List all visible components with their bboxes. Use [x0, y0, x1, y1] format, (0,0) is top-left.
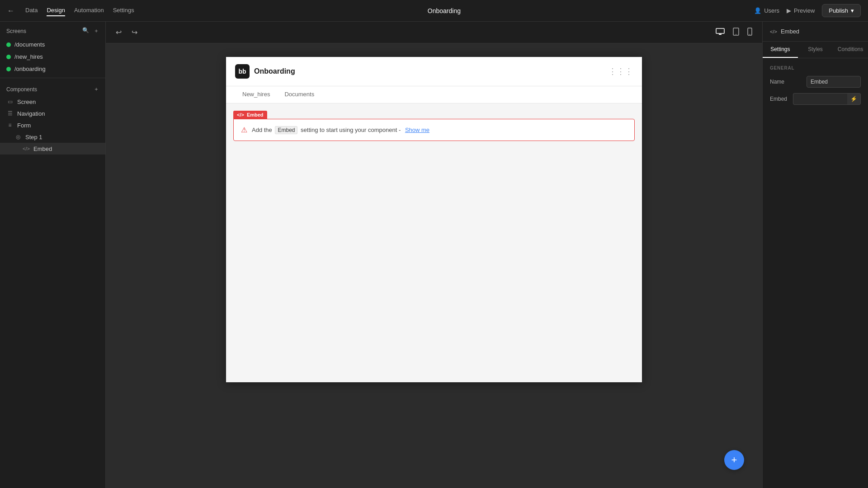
- component-navigation[interactable]: ☰ Navigation: [0, 108, 105, 119]
- embed-component-wrapper: </> Embed ⚠ Add the Embed setting to sta…: [233, 111, 635, 141]
- panel-tabs: Settings Styles Conditions: [763, 42, 868, 58]
- screen-label-onboarding: /onboarding: [14, 66, 46, 72]
- nav-data[interactable]: Data: [25, 5, 38, 16]
- navigation-component-icon: ☰: [6, 110, 14, 117]
- back-button[interactable]: ←: [7, 7, 14, 15]
- embed-component-header-label: Embed: [247, 112, 264, 117]
- canvas-area: ↩ ↪ bb Onb: [106, 22, 762, 488]
- screen-dot-new-hires: [6, 55, 11, 59]
- warning-text-suffix: setting to start using your component: [301, 127, 397, 133]
- nav-settings[interactable]: Settings: [113, 5, 134, 16]
- right-panel-title: Embed: [781, 28, 799, 35]
- warning-message: Add the Embed setting to start using you…: [252, 127, 429, 133]
- embed-field-row: Embed ⚡: [770, 93, 861, 105]
- redo-button[interactable]: ↪: [129, 26, 140, 38]
- svg-point-3: [736, 34, 736, 35]
- component-navigation-label: Navigation: [17, 110, 45, 117]
- nav-links: Data Design Automation Settings: [25, 5, 134, 16]
- toolbar-right: [713, 26, 755, 39]
- name-field-label: Name: [770, 79, 784, 85]
- preview-icon: ▶: [787, 7, 791, 14]
- component-step1[interactable]: ◎ Step 1: [0, 131, 105, 143]
- canvas-content: bb Onboarding ⋮⋮⋮ New_hires Documents </…: [106, 43, 762, 488]
- screen-label-new-hires: /new_hires: [14, 53, 43, 60]
- screen-item-documents[interactable]: /documents: [0, 38, 105, 51]
- users-label: Users: [764, 7, 779, 14]
- svg-point-5: [750, 34, 750, 35]
- chevron-down-icon: ▾: [851, 7, 854, 14]
- app-header: bb Onboarding ⋮⋮⋮: [226, 57, 642, 86]
- sidebar-divider: [0, 78, 105, 78]
- screens-header: Screens 🔍 ＋: [0, 22, 105, 38]
- tab-new-hires[interactable]: New_hires: [235, 86, 277, 103]
- embed-field-label: Embed: [770, 96, 787, 102]
- components-label: Components: [6, 86, 37, 93]
- publish-button[interactable]: Publish ▾: [822, 4, 861, 17]
- general-section-label: GENERAL: [770, 66, 861, 70]
- nav-automation[interactable]: Automation: [74, 5, 104, 16]
- right-panel-icon: </>: [770, 29, 777, 34]
- separator: -: [399, 127, 402, 133]
- component-form[interactable]: ≡ Form: [0, 119, 105, 131]
- embed-code-icon: </>: [237, 112, 244, 117]
- warning-icon: ⚠: [241, 126, 247, 134]
- main-layout: Screens 🔍 ＋ /documents /new_hires /onboa…: [0, 22, 868, 488]
- undo-button[interactable]: ↩: [113, 26, 124, 38]
- desktop-view-button[interactable]: [713, 26, 727, 39]
- mobile-view-button[interactable]: [745, 26, 755, 39]
- lightning-icon[interactable]: ⚡: [847, 93, 861, 105]
- users-icon: 👤: [754, 7, 761, 14]
- right-panel: </> Embed Settings Styles Conditions GEN…: [762, 22, 868, 488]
- name-field-row: Name: [770, 76, 861, 88]
- embed-highlight-text: Embed: [275, 126, 297, 134]
- panel-body: GENERAL Name Embed ⚡: [763, 58, 868, 117]
- component-embed[interactable]: </> Embed: [0, 143, 105, 155]
- embed-component-icon: </>: [23, 145, 30, 152]
- embed-input[interactable]: [793, 93, 847, 105]
- screen-component-icon: ▭: [6, 98, 14, 105]
- component-screen-label: Screen: [17, 99, 36, 105]
- screen-item-onboarding[interactable]: /onboarding: [0, 63, 105, 75]
- tab-styles[interactable]: Styles: [798, 42, 833, 58]
- right-panel-header: </> Embed: [763, 22, 868, 42]
- warning-text-prefix: Add the: [252, 127, 272, 133]
- top-nav-right: 👤 Users ▶ Preview Publish ▾: [754, 4, 861, 17]
- components-header: Components ＋: [0, 81, 105, 96]
- screen-dot-documents: [6, 42, 11, 47]
- component-screen[interactable]: ▭ Screen: [0, 96, 105, 108]
- users-button[interactable]: 👤 Users: [754, 7, 779, 14]
- canvas-toolbar: ↩ ↪: [106, 22, 762, 43]
- screen-label-documents: /documents: [14, 41, 45, 48]
- tablet-view-button[interactable]: [730, 26, 742, 39]
- name-input[interactable]: [807, 76, 861, 88]
- preview-button[interactable]: ▶ Preview: [787, 7, 815, 14]
- app-preview: bb Onboarding ⋮⋮⋮ New_hires Documents </…: [226, 57, 642, 382]
- step1-component-icon: ◎: [14, 133, 22, 141]
- screen-item-new-hires[interactable]: /new_hires: [0, 51, 105, 63]
- tab-settings[interactable]: Settings: [763, 42, 798, 58]
- tab-conditions[interactable]: Conditions: [833, 42, 868, 58]
- search-icon[interactable]: 🔍: [82, 27, 89, 35]
- publish-label: Publish: [829, 7, 848, 14]
- component-form-label: Form: [17, 122, 31, 129]
- app-logo: bb Onboarding: [235, 64, 295, 79]
- app-preview-title: Onboarding: [254, 67, 295, 75]
- component-step1-label: Step 1: [25, 134, 42, 141]
- nav-design[interactable]: Design: [47, 5, 65, 16]
- show-me-link[interactable]: Show me: [405, 127, 429, 133]
- embed-input-group: ⚡: [793, 93, 861, 105]
- left-sidebar: Screens 🔍 ＋ /documents /new_hires /onboa…: [0, 22, 106, 488]
- embed-warning-box: ⚠ Add the Embed setting to start using y…: [233, 119, 635, 141]
- add-component-button[interactable]: +: [724, 450, 744, 470]
- app-header-menu-icon[interactable]: ⋮⋮⋮: [609, 66, 633, 76]
- toolbar-left: ↩ ↪: [113, 26, 140, 38]
- component-embed-label: Embed: [33, 145, 52, 152]
- app-title-center: Onboarding: [145, 7, 743, 14]
- add-screen-icon[interactable]: ＋: [94, 27, 99, 35]
- add-component-icon[interactable]: ＋: [94, 85, 99, 93]
- svg-rect-0: [716, 28, 724, 33]
- svg-rect-1: [719, 34, 722, 35]
- app-body: </> Embed ⚠ Add the Embed setting to sta…: [226, 103, 642, 382]
- screens-label: Screens: [6, 28, 26, 34]
- tab-documents[interactable]: Documents: [277, 86, 321, 103]
